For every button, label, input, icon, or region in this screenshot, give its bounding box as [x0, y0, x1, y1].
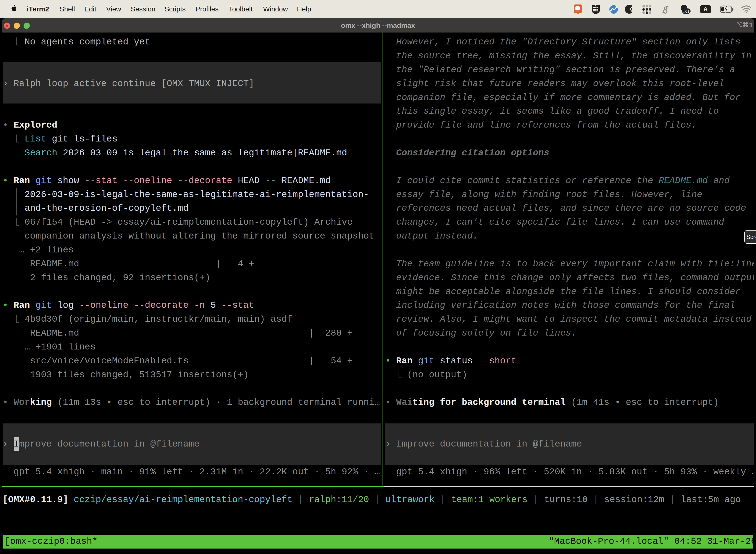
- svg-text:..61: ..61: [683, 9, 689, 13]
